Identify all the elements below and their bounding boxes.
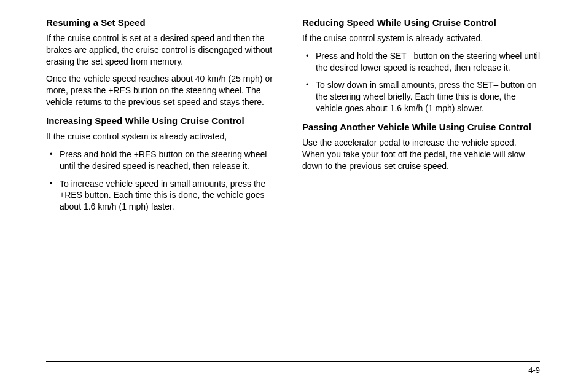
page-number: 4-9 xyxy=(46,366,540,375)
heading-resuming-set-speed: Resuming a Set Speed xyxy=(46,17,284,29)
list-item: To increase vehicle speed in small amoun… xyxy=(60,178,284,213)
page-footer: 4-9 xyxy=(46,361,540,375)
list-item: Press and hold the SET– button on the st… xyxy=(316,50,540,74)
page-content: Resuming a Set Speed If the cruise contr… xyxy=(46,17,540,349)
list-item: To slow down in small amounts, press the… xyxy=(316,79,540,114)
list-item: Press and hold the +RES button on the st… xyxy=(60,149,284,172)
paragraph: If the cruise control is set at a desire… xyxy=(46,33,284,68)
bullet-list: Press and hold the SET– button on the st… xyxy=(302,50,540,114)
heading-passing-vehicle: Passing Another Vehicle While Using Crui… xyxy=(302,122,540,133)
heading-increasing-speed: Increasing Speed While Using Cruise Cont… xyxy=(46,116,284,127)
heading-reducing-speed: Reducing Speed While Using Cruise Contro… xyxy=(302,17,540,29)
paragraph: If the cruise control system is already … xyxy=(46,131,284,143)
paragraph: Once the vehicle speed reaches about 40 … xyxy=(46,73,284,108)
right-column: Reducing Speed While Using Cruise Contro… xyxy=(302,17,540,349)
paragraph: If the cruise control system is already … xyxy=(302,33,540,44)
left-column: Resuming a Set Speed If the cruise contr… xyxy=(46,17,284,349)
paragraph: Use the accelerator pedal to increase th… xyxy=(302,137,540,172)
bullet-list: Press and hold the +RES button on the st… xyxy=(46,149,284,213)
footer-divider xyxy=(46,361,540,362)
